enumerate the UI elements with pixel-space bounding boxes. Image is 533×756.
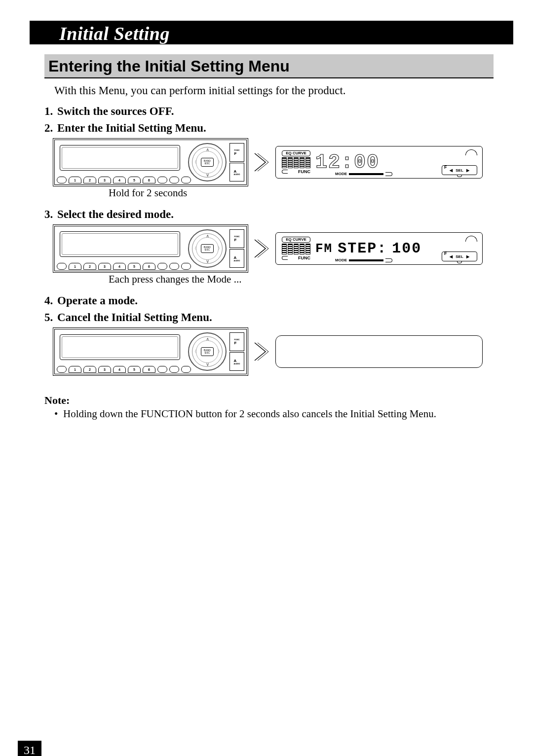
sel-label: SEL <box>456 168 463 173</box>
step-number: 5. <box>44 311 57 324</box>
sel-button-graphic: F ◀ SEL ▶ <box>442 165 477 175</box>
triangle-right-icon: ▶ <box>466 168 469 173</box>
preset-aux-3 <box>181 366 191 373</box>
triangle-right-icon: ▶ <box>466 254 469 259</box>
preset-aux-1 <box>157 366 167 373</box>
note-item: Holding down the FUNCTION button for 2 s… <box>54 408 494 420</box>
arrow-right-icon <box>254 239 268 258</box>
func-button: FUNCF <box>229 143 244 162</box>
chevron-left-icon: 〈 <box>192 348 197 355</box>
chevron-left-icon: 〈 <box>192 245 197 252</box>
step-3-heading: 3.Select the desired mode. <box>44 208 494 221</box>
manual-page: Initial Setting Entering the Initial Set… <box>0 21 533 756</box>
preset-button-3: 3 <box>98 263 111 270</box>
step-label: STEP: <box>338 240 387 257</box>
eq-curve-label: EQ CURVE <box>282 150 310 156</box>
section-heading: Entering the Initial Setting Menu <box>44 54 494 78</box>
left-cap-icon <box>282 170 288 174</box>
preset-button-2: 2 <box>83 366 96 373</box>
preset-edge <box>57 263 67 270</box>
preset-button-3: 3 <box>98 177 111 183</box>
func-button: FUNCF <box>229 332 244 351</box>
preset-button-5: 5 <box>128 366 141 373</box>
step-3: 3.Select the desired mode. 1 2 3 4 5 6 <box>44 208 494 286</box>
unit-screen <box>60 334 180 360</box>
dial-center-button: BAND ESC <box>201 158 214 167</box>
step-number: 3. <box>44 208 57 221</box>
step-1: 1.Switch the sources OFF. <box>44 105 494 118</box>
loop-icon <box>465 236 477 242</box>
head-unit-diagram: 1 2 3 4 5 6 ∧ ∨ 〈 <box>54 329 247 374</box>
sel-f-label: F <box>444 165 447 170</box>
chevron-down-icon: ∨ <box>206 361 209 367</box>
chevron-right-icon: 〉 <box>218 159 223 166</box>
preset-button-1: 1 <box>69 177 81 183</box>
preset-button-1: 1 <box>69 366 81 373</box>
eq-bars-icon <box>282 244 310 254</box>
preset-button-2: 2 <box>83 177 96 183</box>
chevron-up-icon: ∧ <box>206 233 209 239</box>
preset-aux-3 <box>181 177 191 183</box>
chevron-down-icon: ∨ <box>206 258 209 264</box>
preset-row: 1 2 3 4 5 6 <box>57 366 191 373</box>
control-dial: ∧ ∨ 〈 〉 BAND ESC <box>188 143 227 181</box>
lcd-eq-block: EQ CURVE FUNC <box>282 150 310 172</box>
preset-button-6: 6 <box>143 177 155 183</box>
step-2-heading: 2.Enter the Initial Setting Menu. <box>44 122 494 135</box>
chevron-right-icon: 〉 <box>218 348 223 355</box>
step-text: Operate a mode. <box>57 294 138 307</box>
step-text: Cancel the Initial Setting Menu. <box>57 311 212 324</box>
preset-aux-2 <box>169 177 179 183</box>
mode-bar-fill <box>349 259 383 261</box>
preset-button-4: 4 <box>113 366 126 373</box>
preset-button-4: 4 <box>113 177 126 183</box>
preset-aux-2 <box>169 366 179 373</box>
step-1-heading: 1.Switch the sources OFF. <box>44 105 494 118</box>
step-5-figure: 1 2 3 4 5 6 ∧ ∨ 〈 <box>54 329 494 374</box>
func-button: FUNCF <box>229 229 244 248</box>
preset-button-5: 5 <box>128 177 141 183</box>
preset-aux-2 <box>169 263 179 270</box>
chevron-left-icon: 〈 <box>192 159 197 166</box>
preset-row: 1 2 3 4 5 6 <box>57 177 191 183</box>
step-5: 5.Cancel the Initial Setting Menu. 1 2 3… <box>44 311 494 374</box>
func-label: FUNC <box>298 255 310 260</box>
sel-label: SEL <box>456 254 463 259</box>
step-4: 4.Operate a mode. <box>44 294 494 307</box>
step-number: 2. <box>44 122 57 135</box>
right-cap-icon <box>385 258 392 262</box>
eq-curve-label: EQ CURVE <box>282 237 310 243</box>
sel-bump-icon <box>457 261 462 263</box>
arrow-right-icon <box>254 152 268 172</box>
side-buttons: FUNCF AAUDIO <box>229 332 244 371</box>
preset-button-4: 4 <box>113 263 126 270</box>
preset-button-6: 6 <box>143 263 155 270</box>
note-block: Note: Holding down the FUNCTION button f… <box>44 394 494 420</box>
note-label: Note: <box>44 394 494 407</box>
page-number: 31 <box>18 741 41 756</box>
triangle-left-icon: ◀ <box>450 254 453 259</box>
mode-label: MODE <box>335 172 347 176</box>
audio-button: AAUDIO <box>229 163 244 181</box>
sel-f-label: F <box>444 251 447 256</box>
step-text: Enter the Initial Setting Menu. <box>57 122 206 134</box>
preset-button-6: 6 <box>143 366 155 373</box>
step-number: 1. <box>44 105 57 118</box>
audio-button: AAUDIO <box>229 352 244 371</box>
unit-screen <box>60 231 180 257</box>
page-content: Entering the Initial Setting Menu With t… <box>0 44 533 420</box>
step-4-heading: 4.Operate a mode. <box>44 294 494 307</box>
note-list: Holding down the FUNCTION button for 2 s… <box>44 408 494 420</box>
preset-row: 1 2 3 4 5 6 <box>57 263 191 270</box>
chevron-down-icon: ∨ <box>206 172 209 178</box>
lcd-right-block: F ◀ SEL ▶ <box>442 149 477 175</box>
side-buttons: FUNCF AAUDIO <box>229 143 244 181</box>
chevron-right-icon: 〉 <box>218 245 223 252</box>
preset-button-2: 2 <box>83 263 96 270</box>
step-2: 2.Enter the Initial Setting Menu. 1 2 3 … <box>44 122 494 199</box>
triangle-left-icon: ◀ <box>450 168 453 173</box>
step-2-figure: 1 2 3 4 5 6 ∧ ∨ 〈 <box>54 140 494 185</box>
intro-text: With this Menu, you can perform initial … <box>54 84 494 97</box>
step-text: Switch the sources OFF. <box>57 105 174 117</box>
right-cap-icon <box>385 172 392 176</box>
